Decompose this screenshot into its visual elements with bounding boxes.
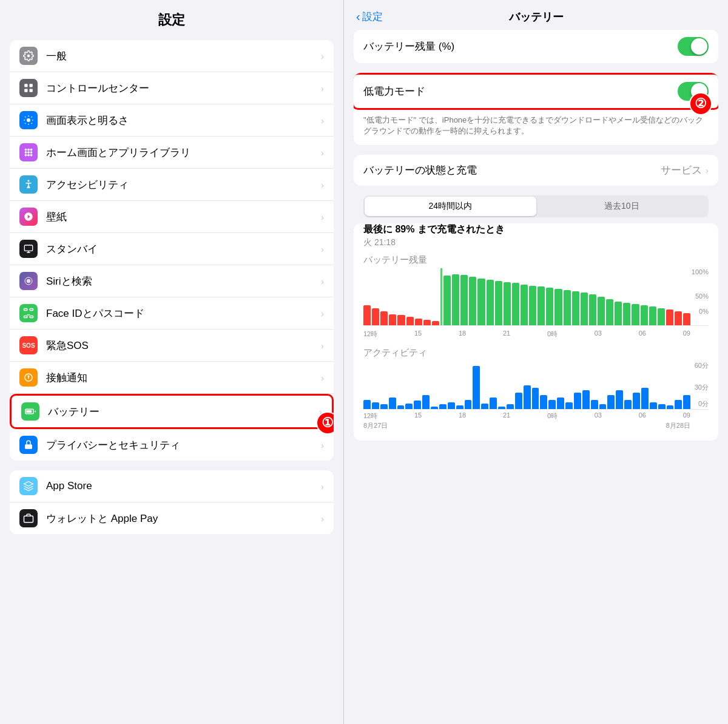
sidebar-item-wallet[interactable]: ウォレットと Apple Pay › — [10, 502, 334, 534]
activity-bar — [389, 398, 396, 410]
battery-bar — [572, 291, 579, 325]
charge-info: 最後に 89% まで充電されたとき — [363, 223, 709, 236]
activity-bar — [524, 385, 531, 410]
activity-bar — [431, 407, 438, 409]
settings-list-1: 一般 › コントロールセンター › 画面表示と明るさ › ホーム画面とアプリライ… — [10, 40, 334, 461]
sidebar-item-faceid[interactable]: Face IDとパスコード › — [10, 297, 334, 330]
battery-icon — [21, 402, 39, 421]
activity-bar — [565, 402, 573, 410]
battery-health-row[interactable]: バッテリーの状態と充電 サービス › — [354, 155, 718, 186]
activity-bar — [448, 402, 455, 410]
battery-percent-row: バッテリー残量 (%) — [354, 30, 718, 63]
chevron-icon: › — [321, 340, 324, 351]
svg-rect-28 — [24, 516, 33, 523]
wallet-label: ウォレットと Apple Pay — [46, 512, 321, 526]
svg-point-9 — [25, 151, 27, 154]
x-label: 03 — [595, 330, 602, 339]
sidebar-item-sos[interactable]: SOS 緊急SOS › — [10, 330, 334, 362]
battery-bar — [658, 308, 665, 325]
x-label: 0時 — [547, 411, 558, 421]
chevron-icon: › — [321, 276, 324, 286]
battery-bar — [623, 303, 630, 326]
battery-bar — [363, 305, 371, 325]
appstore-icon — [19, 477, 38, 495]
x-label: 18 — [459, 411, 466, 421]
sidebar-item-control-center[interactable]: コントロールセンター › — [10, 72, 334, 104]
settings-title: 設定 — [0, 0, 343, 35]
battery-percent-toggle[interactable] — [678, 37, 709, 56]
battery-bar — [598, 297, 605, 325]
battery-bars — [363, 268, 709, 326]
activity-bar — [465, 400, 472, 410]
sidebar-item-accessibility[interactable]: アクセシビリティ › — [10, 169, 334, 201]
battery-health-label: バッテリーの状態と充電 — [363, 163, 661, 177]
chevron-icon: › — [321, 244, 324, 254]
chevron-icon: › — [321, 373, 324, 383]
sidebar-item-appstore[interactable]: App Store › — [10, 470, 334, 502]
battery-bar — [415, 319, 422, 325]
sidebar-item-home-screen[interactable]: ホーム画面とアプリライブラリ › — [10, 137, 334, 169]
sidebar-item-privacy[interactable]: プライバシーとセキュリティ › — [10, 429, 334, 461]
display-label: 画面表示と明るさ — [46, 113, 321, 127]
low-power-description: "低電力モード" では、iPhoneを十分に充電できるまでダウンドロードやメール… — [354, 110, 718, 145]
activity-bar — [515, 393, 522, 410]
privacy-icon — [19, 436, 38, 454]
battery-bar — [469, 277, 476, 325]
x-label: 06 — [639, 411, 646, 421]
general-label: 一般 — [46, 49, 321, 63]
x-label: 12時 — [363, 330, 377, 339]
wallet-icon — [19, 509, 38, 527]
sidebar-item-general[interactable]: 一般 › — [10, 40, 334, 72]
activity-bar — [650, 402, 657, 410]
activity-bar — [372, 402, 379, 410]
battery-bar — [615, 302, 622, 325]
battery-bar — [477, 279, 485, 325]
x-label: 0時 — [547, 330, 558, 339]
control-center-label: コントロールセンター — [46, 81, 321, 95]
battery-bar — [512, 283, 519, 326]
battery-bar — [546, 288, 553, 325]
sidebar-item-siri[interactable]: Siriと検索 › — [10, 265, 334, 297]
activity-bar — [675, 400, 682, 410]
sidebar-item-contact[interactable]: 接触通知 › — [10, 362, 334, 394]
time-segment-control: 24時間以内 過去10日 — [363, 195, 709, 217]
battery-bar — [504, 282, 511, 325]
svg-point-7 — [27, 149, 30, 151]
activity-bar — [540, 395, 547, 410]
svg-rect-4 — [30, 89, 33, 92]
battery-label: バッテリー — [48, 405, 319, 419]
x-axis: 12時 15 18 21 0時 03 06 09 — [363, 327, 709, 341]
privacy-label: プライバシーとセキュリティ — [46, 438, 321, 452]
battery-bar — [372, 308, 379, 325]
battery-bar — [641, 305, 648, 325]
sidebar-item-wallpaper[interactable]: 壁紙 › — [10, 201, 334, 233]
activity-bar — [405, 404, 413, 409]
siri-icon — [19, 272, 38, 290]
svg-rect-1 — [24, 84, 27, 87]
back-button[interactable]: ‹ 設定 — [356, 10, 383, 24]
chevron-icon: › — [321, 440, 324, 450]
svg-point-0 — [27, 55, 30, 58]
svg-point-13 — [27, 154, 30, 157]
activity-bar — [363, 400, 371, 410]
battery-bar — [443, 276, 451, 326]
battery-bar — [589, 294, 596, 326]
right-content: バッテリー残量 (%) 低電力モード ② "低電力モード" では、iPhoneを… — [344, 30, 728, 724]
battery-chart-wrapper: 100% 50% 0% — [363, 268, 709, 326]
wallpaper-icon — [19, 208, 38, 226]
svg-rect-3 — [24, 89, 27, 92]
svg-point-5 — [27, 118, 30, 122]
segment-10d[interactable]: 過去10日 — [536, 197, 708, 216]
activity-bar — [683, 395, 690, 410]
segment-24h[interactable]: 24時間以内 — [365, 197, 536, 216]
right-header: ‹ 設定 バッテリー — [344, 0, 728, 30]
battery-percent-card: バッテリー残量 (%) — [354, 30, 718, 63]
svg-point-10 — [27, 151, 30, 154]
sidebar-item-display[interactable]: 画面表示と明るさ › — [10, 104, 334, 137]
activity-bar — [641, 388, 649, 410]
sidebar-item-standby[interactable]: スタンバイ › — [10, 233, 334, 265]
sidebar-item-battery[interactable]: バッテリー › ① — [10, 394, 334, 429]
back-label: 設定 — [362, 10, 383, 24]
chevron-icon: › — [321, 51, 324, 61]
battery-bar — [675, 311, 682, 326]
